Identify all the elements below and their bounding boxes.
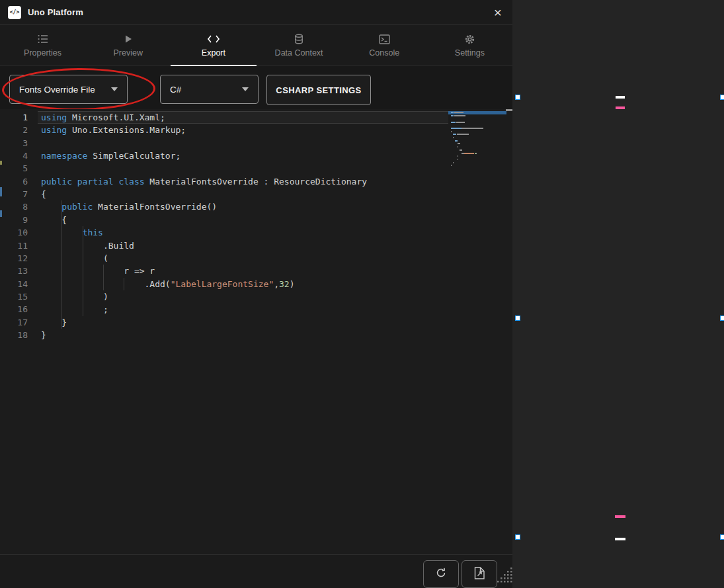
minimap[interactable] xyxy=(448,111,506,184)
code-text: ( xyxy=(41,252,108,265)
gutter-change-mark xyxy=(0,210,2,217)
gear-icon xyxy=(464,34,475,45)
code-line-2: 2using Uno.Extensions.Markup; xyxy=(0,124,512,136)
selection-handle[interactable] xyxy=(515,95,520,100)
tab-label: Properties xyxy=(24,48,61,58)
selection-handle[interactable] xyxy=(515,315,520,321)
uno-platform-logo-icon: </> xyxy=(8,6,21,19)
line-number: 6 xyxy=(0,175,28,188)
line-number: 1 xyxy=(0,111,28,124)
tab-console[interactable]: Console xyxy=(342,25,427,65)
export-file-icon xyxy=(474,567,485,582)
file-type-dropdown-value: Fonts Override File xyxy=(19,85,95,95)
code-line-14: 14 .Add("LabelLargeFontSize",32) xyxy=(0,278,512,290)
code-line-7: 7{ xyxy=(0,188,512,200)
tab-label: Settings xyxy=(455,48,485,58)
tab-preview[interactable]: Preview xyxy=(85,25,171,65)
uno-platform-window: </> Uno Platform × PropertiesPreviewExpo… xyxy=(0,0,724,588)
line-number: 11 xyxy=(0,239,28,252)
selection-handle[interactable] xyxy=(720,315,724,321)
code-text: ; xyxy=(41,303,108,315)
code-line-13: 13 r => r xyxy=(0,265,512,277)
resize-grip[interactable] xyxy=(497,567,514,588)
properties-list-icon xyxy=(38,34,48,45)
line-number: 9 xyxy=(0,214,28,226)
language-dropdown[interactable]: C# xyxy=(160,75,259,104)
csharp-settings-button[interactable]: CSHARP SETTINGS xyxy=(266,75,371,105)
code-line-17: 17 } xyxy=(0,316,512,329)
gutter-change-mark xyxy=(0,161,2,165)
line-number: 15 xyxy=(0,290,28,303)
tab-settings[interactable]: Settings xyxy=(427,25,512,65)
selection-handle[interactable] xyxy=(720,534,724,540)
code-text: ) xyxy=(41,290,108,303)
terminal-icon xyxy=(379,34,390,45)
titlebar: </> Uno Platform × xyxy=(0,0,512,25)
close-icon[interactable]: × xyxy=(491,5,504,19)
resize-handle-pink[interactable] xyxy=(615,515,625,518)
code-line-15: 15 ) xyxy=(0,290,512,303)
code-text: namespace SimpleCalculator; xyxy=(41,149,181,162)
code-line-18: 18} xyxy=(0,329,512,341)
code-line-12: 12 ( xyxy=(0,252,512,265)
resize-handle-pink[interactable] xyxy=(616,106,625,109)
line-number: 7 xyxy=(0,188,28,200)
code-text: public partial class MaterialFontsOverri… xyxy=(41,175,367,188)
code-line-5: 5 xyxy=(0,162,512,175)
line-number: 10 xyxy=(0,226,28,239)
code-line-16: 16 ; xyxy=(0,303,512,315)
line-number: 3 xyxy=(0,137,28,149)
tab-label: Data Context xyxy=(275,48,323,58)
line-number: 8 xyxy=(0,200,28,213)
code-line-4: 4namespace SimpleCalculator; xyxy=(0,149,512,162)
tab-bar: PropertiesPreviewExportData ContextConso… xyxy=(0,25,512,66)
line-number: 12 xyxy=(0,252,28,265)
design-canvas[interactable]: Simple Calc - Light Theme 09:30 6,291/5 … xyxy=(513,0,724,588)
code-text: this xyxy=(41,226,103,239)
minimap-slider[interactable] xyxy=(506,109,512,111)
code-brackets-icon xyxy=(207,34,220,45)
tab-label: Preview xyxy=(114,48,143,58)
code-text: .Add("LabelLargeFontSize",32) xyxy=(41,278,295,290)
code-text: using Microsoft.UI.Xaml; xyxy=(41,111,165,124)
left-panel: </> Uno Platform × PropertiesPreviewExpo… xyxy=(0,0,512,588)
export-toolbar: Fonts Override File C# CSHARP SETTINGS xyxy=(0,66,512,109)
line-number: 4 xyxy=(0,149,28,162)
selection-handle[interactable] xyxy=(515,534,520,540)
editor-footer xyxy=(0,554,512,588)
code-line-8: 8 public MaterialFontsOverride() xyxy=(0,200,512,213)
window-title: Uno Platform xyxy=(28,7,83,17)
code-editor[interactable]: 1using Microsoft.UI.Xaml;2using Uno.Exte… xyxy=(0,109,512,554)
selection-handle[interactable] xyxy=(720,95,724,100)
line-number: 2 xyxy=(0,124,28,136)
code-text: { xyxy=(41,188,46,200)
file-type-dropdown[interactable]: Fonts Override File xyxy=(9,75,128,104)
line-number: 16 xyxy=(0,303,28,315)
line-number: 18 xyxy=(0,329,28,341)
code-text: r => r xyxy=(41,265,155,277)
code-text: } xyxy=(41,316,67,329)
code-text: } xyxy=(41,329,46,341)
code-line-10: 10 this xyxy=(0,226,512,239)
code-text: .Build xyxy=(41,239,134,252)
selection-handle[interactable] xyxy=(616,96,625,99)
tab-export[interactable]: Export xyxy=(171,25,256,65)
tab-properties[interactable]: Properties xyxy=(0,25,85,65)
selection-handle[interactable] xyxy=(615,538,625,540)
refresh-button[interactable] xyxy=(423,560,459,588)
code-line-3: 3 xyxy=(0,137,512,149)
tab-label: Console xyxy=(369,48,399,58)
chevron-down-icon xyxy=(242,87,249,91)
code-line-1: 1using Microsoft.UI.Xaml; xyxy=(0,111,512,124)
tab-label: Export xyxy=(202,48,225,58)
code-text: using Uno.Extensions.Markup; xyxy=(41,124,186,136)
refresh-icon xyxy=(435,567,447,581)
export-file-button[interactable] xyxy=(462,560,497,588)
play-icon xyxy=(124,34,133,45)
code-line-9: 9 { xyxy=(0,214,512,226)
code-text: { xyxy=(41,214,67,226)
code-text: public MaterialFontsOverride() xyxy=(41,200,217,213)
tab-data-context[interactable]: Data Context xyxy=(257,25,342,65)
language-dropdown-value: C# xyxy=(170,85,181,95)
line-number: 5 xyxy=(0,162,28,175)
